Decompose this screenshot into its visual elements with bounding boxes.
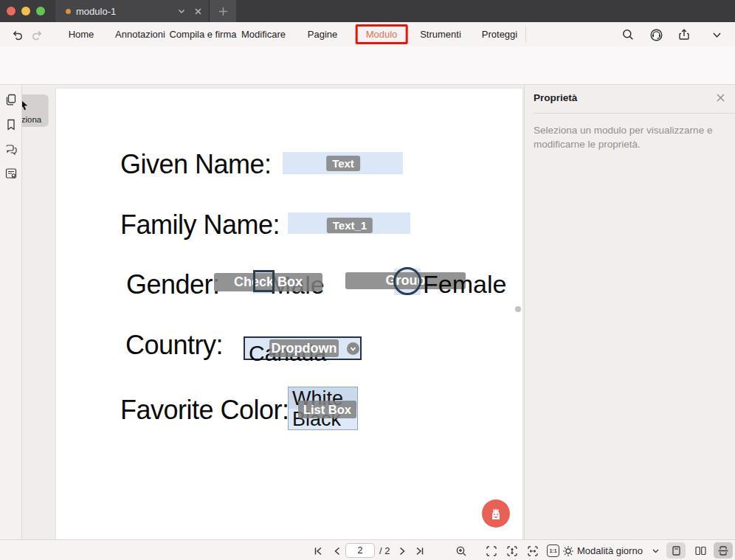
undo-icon[interactable]: [10, 27, 24, 42]
next-page-icon[interactable]: [396, 545, 408, 557]
favorite-color-label: Favorite Color:: [120, 395, 289, 426]
left-sidebar: [0, 85, 22, 539]
tab-modulo-highlighted[interactable]: Modulo: [356, 24, 408, 44]
share-icon[interactable]: [677, 27, 691, 42]
continuous-scroll-view-button[interactable]: [714, 542, 733, 559]
gender-label: Gender:: [126, 269, 220, 300]
fit-page-icon[interactable]: [485, 545, 497, 557]
panel-title: Proprietà: [534, 92, 577, 103]
pdf-page: Given Name: Text Family Name: Text_1 Gen…: [56, 89, 522, 539]
new-tab-button[interactable]: [210, 0, 236, 22]
unsaved-indicator-icon: [66, 9, 71, 14]
tab-annotazioni[interactable]: Annotazioni: [115, 22, 165, 46]
ai-assistant-robot-button[interactable]: [482, 499, 510, 528]
day-mode-sun-icon: [562, 545, 574, 557]
tab-title: modulo-1: [76, 6, 116, 17]
zoom-window-button[interactable]: [36, 7, 45, 15]
comments-icon[interactable]: [4, 143, 18, 156]
page-number-input[interactable]: 2: [345, 543, 375, 558]
female-radio-outline[interactable]: [393, 267, 421, 295]
tab-home[interactable]: Home: [69, 22, 94, 46]
zoom-in-icon[interactable]: [455, 545, 467, 557]
given-name-label: Given Name:: [120, 149, 272, 180]
signature-certificate-icon[interactable]: [4, 167, 18, 180]
tab-list-chevron-icon[interactable]: [175, 4, 188, 18]
close-window-button[interactable]: [7, 7, 15, 15]
collapse-toolbar-chevron-icon[interactable]: [709, 27, 724, 42]
fit-width-icon[interactable]: [526, 545, 539, 557]
panel-divider: [534, 113, 735, 114]
given-name-field-badge[interactable]: Text: [326, 156, 360, 171]
country-label: Country:: [125, 330, 223, 361]
panel-placeholder-message: Seleziona un modulo per visualizzarne e …: [534, 123, 728, 151]
view-mode-label[interactable]: Modalità giorno: [577, 545, 643, 556]
male-checkbox-outline[interactable]: [253, 270, 275, 292]
menubar-divider: [525, 27, 526, 42]
listbox-widget-badge[interactable]: List Box: [298, 401, 356, 418]
redo-icon[interactable]: [30, 27, 44, 42]
dropdown-widget-badge[interactable]: Dropdown: [269, 339, 339, 357]
statusbar: 2 / 2 1:1 Modalità giorno: [0, 539, 735, 560]
search-icon[interactable]: [621, 27, 635, 42]
single-page-view-button[interactable]: [666, 542, 686, 559]
family-name-field-badge[interactable]: Text_1: [327, 218, 373, 233]
tab-modificare[interactable]: Modificare: [241, 22, 286, 46]
bookmarks-icon[interactable]: [4, 118, 18, 131]
tab-close-icon[interactable]: [191, 4, 204, 18]
document-tab[interactable]: modulo-1: [55, 0, 210, 22]
properties-panel: Proprietà Seleziona un modulo per visual…: [524, 85, 735, 539]
family-name-label: Family Name:: [120, 210, 280, 241]
actual-size-icon[interactable]: 1:1: [547, 545, 559, 557]
tab-compila-e-firma[interactable]: Compila e firma: [169, 22, 236, 46]
panel-close-icon[interactable]: [716, 93, 726, 103]
form-toolbar: Seleziona Mano TI Campo di testo ✓ Casel…: [0, 46, 735, 85]
dropdown-chevron-icon[interactable]: [347, 342, 359, 355]
menubar: Home Annotazioni Compila e firma Modific…: [0, 22, 735, 46]
tab-pagine[interactable]: Pagine: [308, 22, 337, 46]
scrollbar-thumb[interactable]: [515, 306, 521, 312]
tab-proteggi[interactable]: Proteggi: [482, 22, 517, 46]
female-option-label: Female: [423, 270, 506, 299]
pdfgear-window: modulo-1 Home Annotazioni Compila e firm…: [0, 0, 735, 560]
tab-strumenti[interactable]: Strumenti: [420, 22, 461, 46]
previous-page-icon[interactable]: [331, 545, 343, 557]
fit-height-icon[interactable]: [505, 545, 518, 557]
two-page-view-button[interactable]: [691, 542, 710, 559]
page-total-label: / 2: [379, 545, 390, 556]
titlebar: modulo-1: [0, 0, 735, 22]
support-headset-icon[interactable]: [649, 27, 663, 42]
page-thumbnails-icon[interactable]: [4, 93, 18, 106]
view-mode-chevron-icon[interactable]: [649, 545, 662, 557]
last-page-icon[interactable]: [413, 545, 426, 557]
first-page-icon[interactable]: [311, 545, 324, 557]
minimize-window-button[interactable]: [21, 7, 30, 15]
